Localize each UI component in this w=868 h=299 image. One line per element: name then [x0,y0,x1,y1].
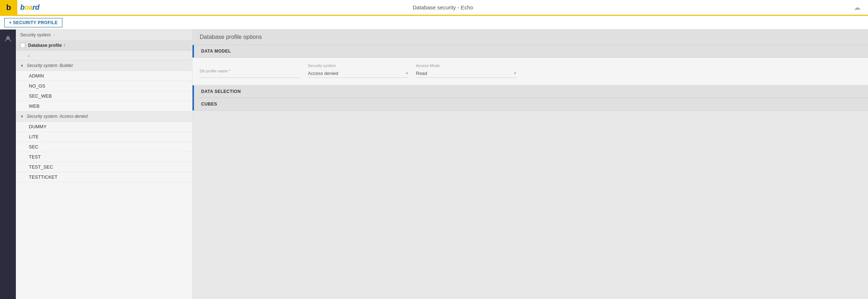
list-item[interactable]: TEST [16,152,192,162]
right-panel-header: Database profile options [192,30,868,45]
db-profile-name-label: Db profile name * [200,69,301,73]
db-profile-name-field: Db profile name * [200,69,301,78]
cloud-icon: ☁ [854,4,860,12]
topbar-right: ☁ [846,4,868,12]
list-item[interactable]: TESTTICKET [16,172,192,182]
list-item[interactable]: SEC [16,142,192,152]
data-model-title-bar: DATA MODEL [192,45,868,58]
left-panel: Security system ↑ Database profile ↑ ⌕ ▼… [16,30,192,299]
data-selection-title: DATA SELECTION [201,89,241,94]
svg-point-1 [8,37,9,39]
sort-arrow-icon[interactable]: ↑ [53,33,55,37]
data-selection-title-bar: DATA SELECTION [192,85,868,98]
data-model-section: DATA MODEL Db profile name * Security sy… [192,45,868,85]
group-builder-label: Security system: Builder [27,63,73,68]
security-system-select[interactable]: Access denied ▼ [308,69,409,78]
cubes-title: CUBES [201,102,217,107]
logo-b-letter: b [6,3,11,12]
cubes-title-bar: CUBES [192,98,868,111]
right-panel-title: Database profile options [200,34,262,40]
access-mode-field: Access Mode Read ▼ [416,63,517,78]
group-access-denied-label: Security system: Access denied [27,114,88,119]
db-profile-name-input[interactable] [200,75,301,78]
access-mode-label: Access Mode [416,63,517,68]
security-system-field: Security system Access denied ▼ [308,63,409,78]
db-profile-column-header: Database profile ↑ [28,43,65,48]
search-row: ⌕ [16,50,192,61]
select-all-checkbox[interactable] [20,43,25,48]
list-item[interactable]: NO_GS [16,81,192,91]
group-builder-header[interactable]: ▼ Security system: Builder [16,61,192,71]
list-item[interactable]: LITE [16,132,192,142]
list-item[interactable]: SEC_WEB [16,91,192,101]
security-system-value: Access denied [308,71,404,76]
security-system-label: Security system [308,63,409,68]
access-mode-value: Read [416,71,512,76]
data-selection-section: DATA SELECTION [192,85,868,98]
db-profile-sort-icon[interactable]: ↑ [63,43,65,48]
search-icon[interactable]: ⌕ [27,53,30,58]
logo-text: board [20,3,39,12]
toolbar: + SECURITY PROFILE [0,16,868,30]
cubes-section: CUBES [192,98,868,111]
sidebar-icons [0,30,16,299]
group-access-denied-header[interactable]: ▼ Security system: Access denied [16,111,192,122]
topbar: b board Database security - Echo ☁ [0,0,868,16]
security-system-column-label: Security system [20,32,51,37]
left-panel-header: Security system ↑ [16,30,192,41]
table-header: Database profile ↑ [16,41,192,50]
main-layout: Security system ↑ Database profile ↑ ⌕ ▼… [0,30,868,299]
security-system-dropdown-icon: ▼ [405,71,409,75]
list-item[interactable]: DUMMY [16,122,192,132]
board-logo: board [20,3,39,12]
list-item[interactable]: TEST_SEC [16,162,192,172]
list-item[interactable]: WEB [16,101,192,111]
right-panel: Database profile options DATA MODEL Db p… [192,30,868,299]
list-item[interactable]: ADMIN [16,71,192,81]
data-model-form-row: Db profile name * Security system Access… [192,58,868,85]
add-security-profile-button[interactable]: + SECURITY PROFILE [4,18,62,27]
logo-area: b [0,0,17,15]
sidebar-icon-security[interactable] [1,32,14,45]
tree-list: ▼ Security system: Builder ADMIN NO_GS S… [16,61,192,299]
topbar-title: Database security - Echo [39,4,846,10]
data-model-title: DATA MODEL [201,49,231,54]
access-mode-dropdown-icon: ▼ [513,71,517,75]
collapse-arrow-icon: ▼ [20,64,25,68]
collapse-arrow-icon-2: ▼ [20,115,25,119]
access-mode-select[interactable]: Read ▼ [416,69,517,78]
